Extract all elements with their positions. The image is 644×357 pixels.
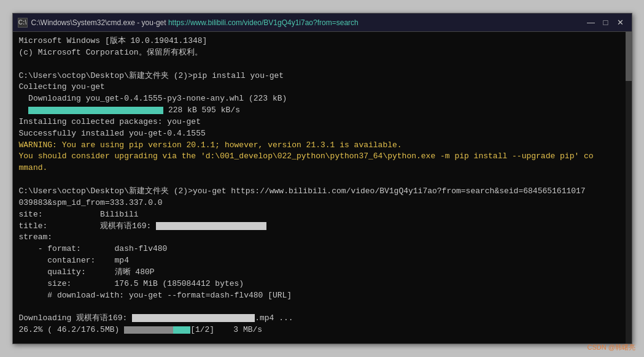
title-bar: C:\ C:\Windows\System32\cmd.exe - you-ge… — [13, 13, 632, 32]
line-progress: 26.2% ( 46.2/176.5MB) [1/2] 3 MB/s — [19, 324, 626, 336]
line-6: Downloading you_get-0.4.1555-py3-none-an… — [19, 93, 626, 105]
window-controls: — □ ✕ — [585, 17, 627, 29]
line-format: - format: dash-flv480 — [19, 244, 626, 255]
line-9: Successfully installed you-get-0.4.1555 — [19, 128, 626, 140]
line-5: Collecting you-get — [19, 82, 626, 93]
scrollbar[interactable] — [626, 32, 632, 344]
cmd-window: C:\ C:\Windows\System32\cmd.exe - you-ge… — [12, 13, 632, 344]
line-empty2 — [19, 301, 626, 313]
line-12: mmand. — [19, 163, 626, 174]
watermark: CSDN @韩曙亮 — [588, 343, 635, 352]
maximize-button[interactable]: □ — [600, 17, 612, 29]
cmd-icon: C:\ — [18, 18, 28, 28]
minimize-button[interactable]: — — [585, 17, 597, 29]
line-11: You should consider upgrading via the 'd… — [19, 151, 626, 163]
line-8: Installing collected packages: you-get — [19, 117, 626, 128]
line-site: site: Bilibili — [19, 209, 626, 221]
line-10: WARNING: You are using pip version 20.1.… — [19, 140, 626, 152]
line-13 — [19, 174, 626, 186]
terminal-body[interactable]: Microsoft Windows [版本 10.0.19041.1348] (… — [13, 32, 632, 344]
title-bar-text: C:\Windows\System32\cmd.exe - you-get ht… — [31, 18, 580, 27]
line-download-with: # download-with: you-get --format=dash-f… — [19, 290, 626, 302]
line-14: C:\Users\octop\Desktop\新建文件夹 (2)>you-get… — [19, 186, 626, 198]
line-title: title: 观棋有语169: — [19, 221, 626, 232]
line-downloading: Downloading 观棋有语169: .mp4 ... — [19, 313, 626, 324]
line-3 — [19, 59, 626, 71]
line-stream: stream: — [19, 232, 626, 244]
line-size: size: 176.5 MiB (185084412 bytes) — [19, 278, 626, 290]
line-7: 228 kB 595 kB/s — [19, 105, 626, 117]
line-quality: quality: 清晰 480P — [19, 267, 626, 278]
line-4: C:\Users\octop\Desktop\新建文件夹 (2)>pip ins… — [19, 71, 626, 82]
watermark-author: 韩曙亮 — [615, 344, 635, 351]
line-container: container: mp4 — [19, 255, 626, 267]
close-button[interactable]: ✕ — [615, 17, 627, 29]
scrollbar-thumb[interactable] — [626, 32, 632, 81]
watermark-prefix: CSDN @ — [588, 344, 615, 351]
line-15: 039883&spm_id_from=333.337.0.0 — [19, 198, 626, 209]
line-2: (c) Microsoft Corporation。保留所有权利。 — [19, 47, 626, 59]
line-1: Microsoft Windows [版本 10.0.19041.1348] — [19, 36, 626, 47]
